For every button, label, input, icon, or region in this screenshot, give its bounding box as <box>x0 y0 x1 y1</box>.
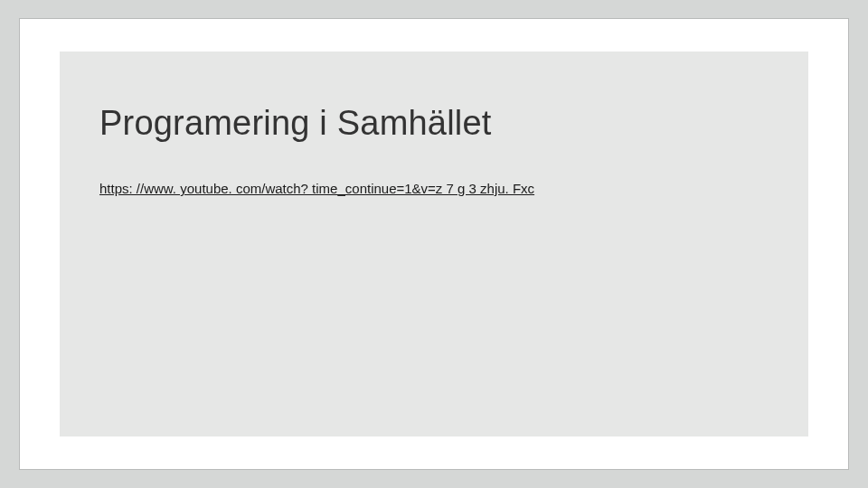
slide-background: Programering i Samhället https: //www. y… <box>60 52 808 436</box>
youtube-link[interactable]: https: //www. youtube. com/watch? time_c… <box>99 181 534 196</box>
slide-content: Programering i Samhället https: //www. y… <box>99 104 769 197</box>
slide-container: Programering i Samhället https: //www. y… <box>19 18 849 470</box>
slide-title: Programering i Samhället <box>99 104 769 143</box>
